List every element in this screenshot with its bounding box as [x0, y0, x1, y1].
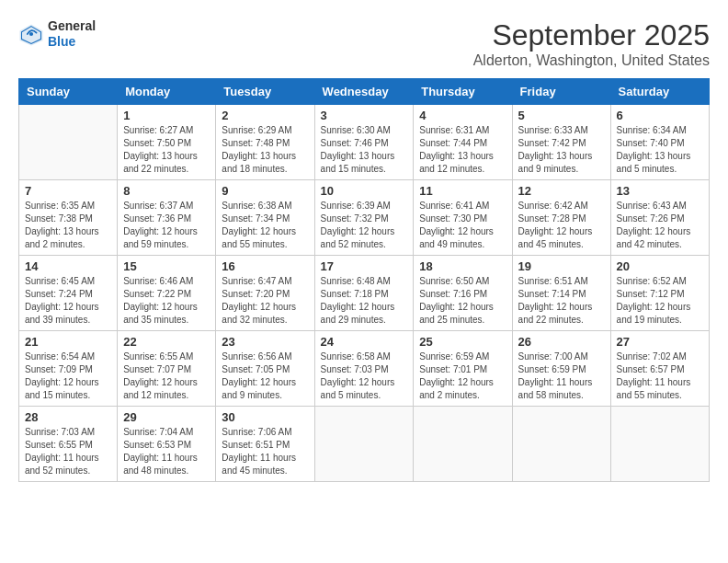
day-number: 11: [419, 184, 506, 198]
calendar-cell: 14Sunrise: 6:45 AM Sunset: 7:24 PM Dayli…: [19, 256, 118, 331]
calendar-cell: 3Sunrise: 6:30 AM Sunset: 7:46 PM Daylig…: [314, 105, 414, 180]
day-number: 26: [518, 335, 605, 349]
calendar-cell: 9Sunrise: 6:38 AM Sunset: 7:34 PM Daylig…: [216, 180, 314, 256]
calendar-cell: 18Sunrise: 6:50 AM Sunset: 7:16 PM Dayli…: [414, 256, 512, 331]
calendar-cell: 15Sunrise: 6:46 AM Sunset: 7:22 PM Dayli…: [118, 256, 216, 331]
calendar-cell: 11Sunrise: 6:41 AM Sunset: 7:30 PM Dayli…: [414, 180, 512, 256]
calendar-cell: [512, 407, 610, 482]
day-number: 28: [25, 410, 111, 424]
day-info: Sunrise: 7:04 AM Sunset: 6:53 PM Dayligh…: [123, 426, 210, 477]
day-number: 25: [419, 335, 506, 349]
day-info: Sunrise: 6:59 AM Sunset: 7:01 PM Dayligh…: [419, 350, 506, 402]
day-number: 1: [123, 109, 210, 122]
day-number: 10: [321, 184, 408, 198]
day-info: Sunrise: 6:47 AM Sunset: 7:20 PM Dayligh…: [222, 275, 308, 327]
day-number: 3: [321, 109, 408, 122]
logo-general: General: [48, 18, 96, 33]
day-info: Sunrise: 6:27 AM Sunset: 7:50 PM Dayligh…: [123, 124, 210, 176]
logo-text: General Blue: [48, 18, 96, 50]
day-number: 23: [222, 335, 308, 349]
day-info: Sunrise: 6:46 AM Sunset: 7:22 PM Dayligh…: [123, 275, 210, 327]
day-info: Sunrise: 6:54 AM Sunset: 7:09 PM Dayligh…: [25, 350, 111, 402]
weekday-header-row: SundayMondayTuesdayWednesdayThursdayFrid…: [19, 79, 710, 105]
calendar-cell: 17Sunrise: 6:48 AM Sunset: 7:18 PM Dayli…: [314, 256, 414, 331]
calendar-cell: 7Sunrise: 6:35 AM Sunset: 7:38 PM Daylig…: [19, 180, 118, 256]
day-number: 27: [617, 335, 703, 349]
day-number: 15: [123, 259, 210, 273]
calendar-cell: 1Sunrise: 6:27 AM Sunset: 7:50 PM Daylig…: [118, 105, 216, 180]
day-number: 19: [518, 259, 605, 273]
day-info: Sunrise: 6:42 AM Sunset: 7:28 PM Dayligh…: [518, 200, 605, 251]
page-header: General Blue September 2025 Alderton, Wa…: [18, 18, 710, 69]
day-info: Sunrise: 7:06 AM Sunset: 6:51 PM Dayligh…: [222, 426, 308, 477]
weekday-header: Tuesday: [216, 79, 314, 105]
calendar-cell: 27Sunrise: 7:02 AM Sunset: 6:57 PM Dayli…: [610, 331, 709, 407]
calendar-table: SundayMondayTuesdayWednesdayThursdayFrid…: [18, 78, 710, 482]
weekday-header: Friday: [512, 79, 610, 105]
day-number: 30: [222, 410, 308, 424]
calendar-cell: [610, 407, 709, 482]
calendar-cell: 6Sunrise: 6:34 AM Sunset: 7:40 PM Daylig…: [610, 105, 709, 180]
day-number: 29: [123, 410, 210, 424]
day-info: Sunrise: 6:52 AM Sunset: 7:12 PM Dayligh…: [617, 275, 703, 327]
day-number: 21: [25, 335, 111, 349]
day-info: Sunrise: 6:41 AM Sunset: 7:30 PM Dayligh…: [419, 200, 506, 251]
calendar-cell: [19, 105, 118, 180]
day-number: 12: [518, 184, 605, 198]
day-number: 17: [321, 259, 408, 273]
svg-point-2: [29, 32, 33, 36]
page-subtitle: Alderton, Washington, United States: [473, 52, 710, 69]
logo-blue: Blue: [48, 34, 75, 49]
day-info: Sunrise: 6:55 AM Sunset: 7:07 PM Dayligh…: [123, 350, 210, 402]
calendar-cell: 26Sunrise: 7:00 AM Sunset: 6:59 PM Dayli…: [512, 331, 610, 407]
day-info: Sunrise: 7:00 AM Sunset: 6:59 PM Dayligh…: [518, 350, 605, 402]
day-info: Sunrise: 6:38 AM Sunset: 7:34 PM Dayligh…: [222, 200, 308, 251]
day-info: Sunrise: 6:29 AM Sunset: 7:48 PM Dayligh…: [222, 124, 308, 176]
calendar-cell: 5Sunrise: 6:33 AM Sunset: 7:42 PM Daylig…: [512, 105, 610, 180]
day-number: 16: [222, 259, 308, 273]
day-info: Sunrise: 7:03 AM Sunset: 6:55 PM Dayligh…: [25, 426, 111, 477]
logo: General Blue: [18, 18, 96, 50]
day-number: 6: [617, 109, 703, 122]
day-number: 9: [222, 184, 308, 198]
day-number: 14: [25, 259, 111, 273]
weekday-header: Monday: [118, 79, 216, 105]
calendar-cell: 19Sunrise: 6:51 AM Sunset: 7:14 PM Dayli…: [512, 256, 610, 331]
day-info: Sunrise: 6:43 AM Sunset: 7:26 PM Dayligh…: [617, 200, 703, 251]
day-number: 2: [222, 109, 308, 122]
day-number: 7: [25, 184, 111, 198]
day-info: Sunrise: 6:33 AM Sunset: 7:42 PM Dayligh…: [518, 124, 605, 176]
day-info: Sunrise: 6:45 AM Sunset: 7:24 PM Dayligh…: [25, 275, 111, 327]
calendar-cell: [414, 407, 512, 482]
calendar-cell: 23Sunrise: 6:56 AM Sunset: 7:05 PM Dayli…: [216, 331, 314, 407]
day-info: Sunrise: 6:39 AM Sunset: 7:32 PM Dayligh…: [321, 200, 408, 251]
day-info: Sunrise: 6:30 AM Sunset: 7:46 PM Dayligh…: [321, 124, 408, 176]
calendar-cell: 4Sunrise: 6:31 AM Sunset: 7:44 PM Daylig…: [414, 105, 512, 180]
day-number: 20: [617, 259, 703, 273]
weekday-header: Thursday: [414, 79, 512, 105]
day-info: Sunrise: 6:37 AM Sunset: 7:36 PM Dayligh…: [123, 200, 210, 251]
day-info: Sunrise: 6:58 AM Sunset: 7:03 PM Dayligh…: [321, 350, 408, 402]
day-number: 18: [419, 259, 506, 273]
calendar-week-row: 21Sunrise: 6:54 AM Sunset: 7:09 PM Dayli…: [19, 331, 710, 407]
day-info: Sunrise: 7:02 AM Sunset: 6:57 PM Dayligh…: [617, 350, 703, 402]
calendar-cell: 21Sunrise: 6:54 AM Sunset: 7:09 PM Dayli…: [19, 331, 118, 407]
day-info: Sunrise: 6:50 AM Sunset: 7:16 PM Dayligh…: [419, 275, 506, 327]
calendar-cell: 13Sunrise: 6:43 AM Sunset: 7:26 PM Dayli…: [610, 180, 709, 256]
calendar-cell: 2Sunrise: 6:29 AM Sunset: 7:48 PM Daylig…: [216, 105, 314, 180]
weekday-header: Saturday: [610, 79, 709, 105]
day-number: 13: [617, 184, 703, 198]
calendar-cell: 20Sunrise: 6:52 AM Sunset: 7:12 PM Dayli…: [610, 256, 709, 331]
weekday-header: Wednesday: [314, 79, 414, 105]
calendar-cell: 24Sunrise: 6:58 AM Sunset: 7:03 PM Dayli…: [314, 331, 414, 407]
calendar-cell: 16Sunrise: 6:47 AM Sunset: 7:20 PM Dayli…: [216, 256, 314, 331]
day-info: Sunrise: 6:31 AM Sunset: 7:44 PM Dayligh…: [419, 124, 506, 176]
day-info: Sunrise: 6:48 AM Sunset: 7:18 PM Dayligh…: [321, 275, 408, 327]
calendar-week-row: 7Sunrise: 6:35 AM Sunset: 7:38 PM Daylig…: [19, 180, 710, 256]
title-block: September 2025 Alderton, Washington, Uni…: [473, 18, 710, 69]
calendar-cell: 29Sunrise: 7:04 AM Sunset: 6:53 PM Dayli…: [118, 407, 216, 482]
calendar-cell: 22Sunrise: 6:55 AM Sunset: 7:07 PM Dayli…: [118, 331, 216, 407]
day-number: 4: [419, 109, 506, 122]
day-number: 8: [123, 184, 210, 198]
calendar-cell: 12Sunrise: 6:42 AM Sunset: 7:28 PM Dayli…: [512, 180, 610, 256]
